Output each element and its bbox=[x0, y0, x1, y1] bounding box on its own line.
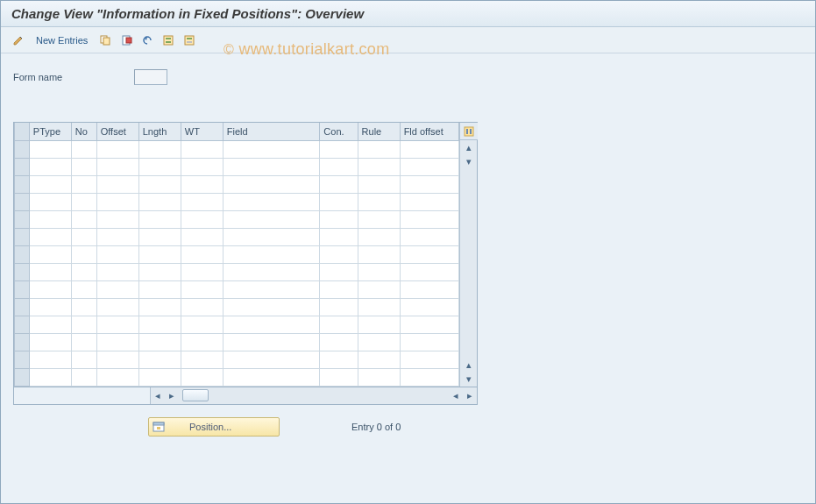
cell[interactable] bbox=[358, 298, 400, 316]
cell[interactable] bbox=[29, 140, 71, 158]
cell[interactable] bbox=[181, 210, 223, 228]
cell[interactable] bbox=[138, 140, 181, 158]
cell[interactable] bbox=[96, 298, 138, 316]
cell[interactable] bbox=[96, 140, 138, 158]
config-columns-icon[interactable] bbox=[460, 123, 478, 140]
table-row[interactable] bbox=[15, 140, 459, 158]
cell[interactable] bbox=[320, 140, 358, 158]
cell[interactable] bbox=[71, 333, 96, 351]
cell[interactable] bbox=[138, 316, 181, 333]
row-selector-header[interactable] bbox=[15, 123, 30, 140]
cell[interactable] bbox=[358, 228, 400, 245]
cell[interactable] bbox=[181, 228, 223, 245]
cell[interactable] bbox=[400, 280, 458, 298]
cell[interactable] bbox=[138, 368, 181, 386]
cell[interactable] bbox=[181, 140, 223, 158]
scroll-up-small-icon[interactable]: ▴ bbox=[462, 358, 476, 373]
cell[interactable] bbox=[223, 245, 320, 263]
cell[interactable] bbox=[71, 210, 96, 228]
column-header-rule[interactable]: Rule bbox=[358, 123, 400, 140]
table-row[interactable] bbox=[15, 175, 459, 193]
cell[interactable] bbox=[29, 298, 71, 316]
cell[interactable] bbox=[181, 316, 223, 333]
cell[interactable] bbox=[138, 175, 181, 193]
form-name-input[interactable] bbox=[134, 69, 167, 85]
cell[interactable] bbox=[358, 368, 400, 386]
cell[interactable] bbox=[223, 333, 320, 351]
select-block-icon[interactable] bbox=[181, 32, 198, 49]
cell[interactable] bbox=[96, 228, 138, 245]
row-selector[interactable] bbox=[15, 368, 30, 386]
cell[interactable] bbox=[181, 175, 223, 193]
cell[interactable] bbox=[223, 210, 320, 228]
cell[interactable] bbox=[320, 298, 358, 316]
cell[interactable] bbox=[223, 193, 320, 210]
scroll-track[interactable] bbox=[463, 170, 475, 357]
cell[interactable] bbox=[181, 193, 223, 210]
cell[interactable] bbox=[400, 245, 458, 263]
cell[interactable] bbox=[181, 245, 223, 263]
cell[interactable] bbox=[96, 351, 138, 368]
row-selector[interactable] bbox=[15, 263, 30, 280]
cell[interactable] bbox=[96, 263, 138, 280]
cell[interactable] bbox=[320, 193, 358, 210]
cell[interactable] bbox=[181, 351, 223, 368]
row-selector[interactable] bbox=[15, 158, 30, 175]
column-header-offset[interactable]: Offset bbox=[96, 123, 138, 140]
cell[interactable] bbox=[223, 140, 320, 158]
cell[interactable] bbox=[71, 245, 96, 263]
cell[interactable] bbox=[96, 280, 138, 298]
cell[interactable] bbox=[320, 316, 358, 333]
cell[interactable] bbox=[181, 280, 223, 298]
column-header-ptype[interactable]: PType bbox=[29, 123, 71, 140]
undo-icon[interactable] bbox=[138, 32, 156, 49]
cell[interactable] bbox=[138, 298, 181, 316]
delete-icon[interactable] bbox=[117, 32, 135, 49]
cell[interactable] bbox=[223, 316, 320, 333]
cell[interactable] bbox=[358, 351, 400, 368]
cell[interactable] bbox=[29, 368, 71, 386]
row-selector[interactable] bbox=[15, 140, 30, 158]
cell[interactable] bbox=[96, 316, 138, 333]
cell[interactable] bbox=[400, 368, 458, 386]
cell[interactable] bbox=[138, 210, 181, 228]
table-row[interactable] bbox=[15, 316, 459, 333]
cell[interactable] bbox=[320, 158, 358, 175]
vertical-scrollbar[interactable]: ▴ ▾ ▴ ▾ bbox=[459, 123, 477, 387]
scroll-down-small-icon[interactable]: ▾ bbox=[462, 154, 476, 168]
hscroll-track[interactable] bbox=[210, 389, 447, 401]
cell[interactable] bbox=[320, 263, 358, 280]
cell[interactable] bbox=[71, 158, 96, 175]
cell[interactable] bbox=[29, 193, 71, 210]
cell[interactable] bbox=[223, 228, 320, 245]
select-all-icon[interactable] bbox=[160, 32, 177, 49]
cell[interactable] bbox=[400, 193, 458, 210]
cell[interactable] bbox=[400, 263, 458, 280]
row-selector[interactable] bbox=[15, 298, 30, 316]
cell[interactable] bbox=[320, 280, 358, 298]
cell[interactable] bbox=[223, 175, 320, 193]
change-icon[interactable] bbox=[10, 32, 27, 49]
row-selector[interactable] bbox=[15, 245, 30, 263]
cell[interactable] bbox=[400, 298, 458, 316]
cell[interactable] bbox=[320, 175, 358, 193]
cell[interactable] bbox=[71, 175, 96, 193]
cell[interactable] bbox=[138, 245, 181, 263]
horizontal-scrollbar[interactable]: ◂ ▸ ◂ ▸ bbox=[13, 387, 478, 405]
scroll-up-icon[interactable]: ▴ bbox=[462, 140, 476, 154]
row-selector[interactable] bbox=[15, 351, 30, 368]
cell[interactable] bbox=[71, 351, 96, 368]
table-row[interactable] bbox=[15, 228, 459, 245]
row-selector[interactable] bbox=[15, 175, 30, 193]
cell[interactable] bbox=[96, 158, 138, 175]
cell[interactable] bbox=[358, 263, 400, 280]
cell[interactable] bbox=[320, 351, 358, 368]
new-entries-button[interactable]: New Entries bbox=[31, 33, 93, 47]
scroll-right-icon[interactable]: ▸ bbox=[463, 388, 477, 402]
column-header-lngth[interactable]: Lngth bbox=[138, 123, 181, 140]
cell[interactable] bbox=[400, 210, 458, 228]
cell[interactable] bbox=[223, 158, 320, 175]
cell[interactable] bbox=[71, 316, 96, 333]
cell[interactable] bbox=[181, 158, 223, 175]
cell[interactable] bbox=[223, 280, 320, 298]
